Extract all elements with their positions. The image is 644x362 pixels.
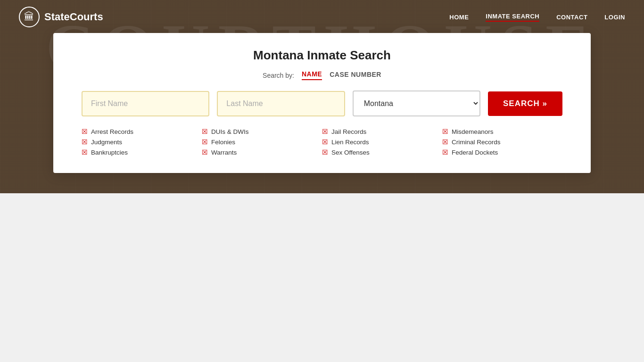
- checkbox-item: ☒Federal Dockets: [442, 148, 562, 156]
- check-icon: ☒: [202, 138, 208, 146]
- nav-inmate-search[interactable]: INMATE SEARCH: [486, 13, 539, 22]
- nav-links: HOME INMATE SEARCH CONTACT LOGIN: [449, 13, 625, 22]
- checkbox-item: ☒DUIs & DWIs: [202, 128, 322, 135]
- checkbox-label: Lien Records: [331, 139, 369, 146]
- check-icon: ☒: [442, 138, 448, 146]
- check-icon: ☒: [442, 148, 448, 156]
- check-icon: ☒: [202, 148, 208, 156]
- checkbox-item: ☒Judgments: [82, 138, 202, 146]
- site-logo[interactable]: 🏛 StateCourts: [19, 7, 103, 27]
- checkbox-label: Felonies: [211, 139, 235, 146]
- checkbox-item: ☒Bankruptcies: [82, 148, 202, 156]
- checkbox-label: Bankruptcies: [91, 149, 128, 156]
- checkbox-item: ☒Arrest Records: [82, 128, 202, 135]
- checkbox-item: ☒Jail Records: [322, 128, 442, 135]
- checkbox-label: Warrants: [211, 149, 237, 156]
- hero-section: COURTHOUSE 🏛 StateCourts HOME INMATE SEA…: [0, 0, 644, 193]
- site-name: StateCourts: [44, 11, 103, 23]
- checkbox-label: Arrest Records: [91, 128, 133, 135]
- check-icon: ☒: [322, 128, 328, 135]
- checkbox-label: DUIs & DWIs: [211, 128, 249, 135]
- check-icon: ☒: [202, 128, 208, 135]
- check-icon: ☒: [322, 148, 328, 156]
- nav-home[interactable]: HOME: [449, 14, 469, 21]
- check-icon: ☒: [442, 128, 448, 135]
- search-inputs-row: Montana SEARCH »: [82, 90, 562, 116]
- checkbox-item: ☒Felonies: [202, 138, 322, 146]
- search-card: Montana Inmate Search Search by: NAME CA…: [53, 33, 591, 173]
- tab-case-number[interactable]: CASE NUMBER: [330, 71, 381, 80]
- nav-contact[interactable]: CONTACT: [556, 14, 587, 21]
- checkbox-item: ☒Criminal Records: [442, 138, 562, 146]
- check-icon: ☒: [82, 148, 88, 156]
- record-types-grid: ☒Arrest Records☒DUIs & DWIs☒Jail Records…: [82, 128, 562, 156]
- search-by-label: Search by:: [263, 72, 294, 79]
- nav-login[interactable]: LOGIN: [604, 14, 625, 21]
- checkbox-label: Judgments: [91, 139, 122, 146]
- check-icon: ☒: [322, 138, 328, 146]
- logo-icon: 🏛: [19, 7, 40, 27]
- check-icon: ☒: [82, 138, 88, 146]
- state-select[interactable]: Montana: [353, 90, 480, 116]
- tab-name[interactable]: NAME: [302, 70, 322, 80]
- checkbox-item: ☒Misdemeanors: [442, 128, 562, 135]
- checkbox-label: Misdemeanors: [452, 128, 494, 135]
- search-tabs-row: Search by: NAME CASE NUMBER: [82, 70, 562, 80]
- search-title: Montana Inmate Search: [82, 48, 562, 63]
- checkbox-label: Federal Dockets: [452, 149, 498, 156]
- checkbox-label: Jail Records: [331, 128, 366, 135]
- check-icon: ☒: [82, 128, 88, 135]
- checkbox-item: ☒Lien Records: [322, 138, 442, 146]
- checkbox-item: ☒Sex Offenses: [322, 148, 442, 156]
- main-nav: 🏛 StateCourts HOME INMATE SEARCH CONTACT…: [0, 0, 644, 34]
- search-button[interactable]: SEARCH »: [488, 91, 562, 116]
- first-name-input[interactable]: [82, 91, 209, 116]
- checkbox-label: Criminal Records: [452, 139, 501, 146]
- last-name-input[interactable]: [217, 91, 345, 116]
- checkbox-item: ☒Warrants: [202, 148, 322, 156]
- checkbox-label: Sex Offenses: [331, 149, 370, 156]
